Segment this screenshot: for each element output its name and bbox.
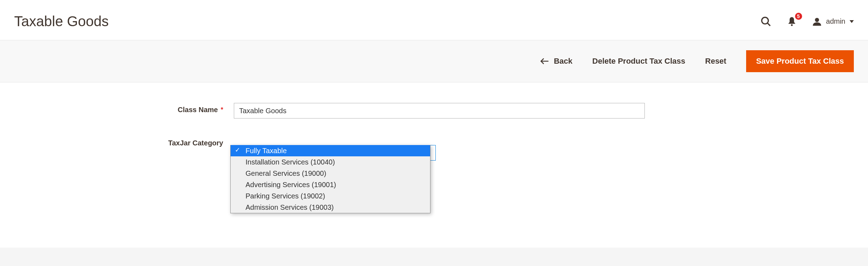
svg-point-3 [815, 18, 819, 22]
delete-button[interactable]: Delete Product Tax Class [592, 57, 685, 66]
taxjar-option-installation[interactable]: Installation Services (10040) [231, 156, 430, 168]
page-title: Taxable Goods [14, 13, 760, 29]
taxjar-option-admission[interactable]: Admission Services (19003) [231, 202, 430, 213]
svg-point-0 [762, 17, 768, 24]
back-button[interactable]: Back [540, 57, 573, 66]
user-label: admin [826, 17, 845, 25]
taxjar-category-label: TaxJar Category [168, 139, 223, 147]
taxjar-category-row: TaxJar Category [14, 135, 854, 147]
footer-strip [0, 248, 868, 266]
user-menu[interactable]: admin [812, 17, 854, 27]
user-icon [812, 17, 822, 27]
page-header: Taxable Goods 5 admin [0, 0, 868, 40]
taxjar-option-general[interactable]: General Services (19000) [231, 168, 430, 179]
taxjar-option-fully-taxable[interactable]: Fully Taxable [231, 145, 430, 156]
taxjar-option-advertising[interactable]: Advertising Services (19001) [231, 179, 430, 190]
taxjar-category-dropdown[interactable]: Fully Taxable Installation Services (100… [230, 145, 430, 213]
svg-point-2 [791, 24, 793, 26]
notifications-icon[interactable]: 5 [787, 16, 797, 27]
class-name-row: Class Name * [14, 103, 854, 118]
class-name-label: Class Name [178, 106, 218, 114]
taxjar-option-parking[interactable]: Parking Services (19002) [231, 190, 430, 202]
action-bar: Back Delete Product Tax Class Reset Save… [0, 40, 868, 82]
caret-down-icon [850, 20, 854, 23]
svg-line-1 [767, 23, 770, 26]
arrow-left-icon [540, 58, 549, 65]
search-icon[interactable] [760, 16, 772, 27]
class-name-input[interactable] [234, 103, 645, 118]
required-asterisk: * [221, 106, 223, 114]
notifications-badge: 5 [795, 13, 802, 20]
reset-button[interactable]: Reset [705, 57, 726, 66]
save-button[interactable]: Save Product Tax Class [746, 50, 854, 72]
